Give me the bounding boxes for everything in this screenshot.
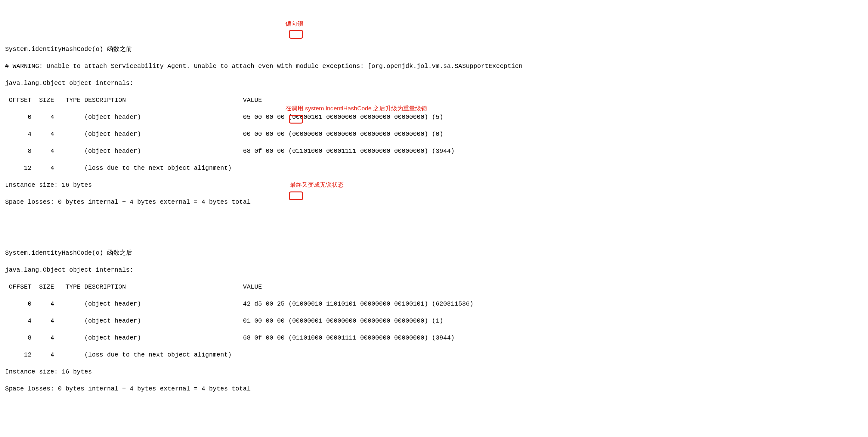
output-block-1: System.identityHashCode(o) 函数之前 # WARNIN…: [5, 36, 863, 215]
blank-line: [5, 223, 863, 232]
space-losses: Space losses: 0 bytes internal + 4 bytes…: [5, 384, 863, 393]
annotation-no-lock: 最终又变成无锁状态: [290, 181, 344, 189]
table-row: 4 4 (object header) 01 00 00 00 (0000000…: [5, 316, 863, 325]
instance-size: Instance size: 16 bytes: [5, 181, 863, 189]
space-losses: Space losses: 0 bytes internal + 4 bytes…: [5, 198, 863, 206]
internals-header: java.lang.Object object internals:: [5, 435, 863, 437]
table-row: 12 4 (loss due to the next object alignm…: [5, 164, 863, 172]
preamble-line: System.identityHashCode(o) 函数之后: [5, 249, 863, 257]
table-row: 4 4 (object header) 00 00 00 00 (0000000…: [5, 130, 863, 138]
table-row: 0 4 (object header) 42 d5 00 25 (0100001…: [5, 300, 863, 308]
table-row: 12 4 (loss due to the next object alignm…: [5, 350, 863, 359]
output-block-2: System.identityHashCode(o) 函数之后 java.lan…: [5, 240, 863, 401]
columns-header: OFFSET SIZE TYPE DESCRIPTION VALUE: [5, 96, 863, 104]
instance-size: Instance size: 16 bytes: [5, 368, 863, 376]
warning-line: # WARNING: Unable to attach Serviceabili…: [5, 62, 863, 70]
annotation-bias-lock: 偏向锁: [285, 20, 303, 28]
annotation-heavy-lock: 在调用 system.indentiHashCode 之后升级为重量级锁: [285, 104, 427, 112]
columns-header: OFFSET SIZE TYPE DESCRIPTION VALUE: [5, 282, 863, 291]
blank-line: [5, 410, 863, 418]
table-row: 0 4 (object header) 05 00 00 00 (0000010…: [5, 113, 863, 121]
preamble-line: System.identityHashCode(o) 函数之前: [5, 45, 863, 54]
internals-header: java.lang.Object object internals:: [5, 266, 863, 274]
output-block-3: java.lang.Object object internals: OFFSE…: [5, 427, 863, 437]
table-row: 8 4 (object header) 68 0f 00 00 (0110100…: [5, 147, 863, 155]
table-row: 8 4 (object header) 68 0f 00 00 (0110100…: [5, 334, 863, 342]
internals-header: java.lang.Object object internals:: [5, 79, 863, 88]
